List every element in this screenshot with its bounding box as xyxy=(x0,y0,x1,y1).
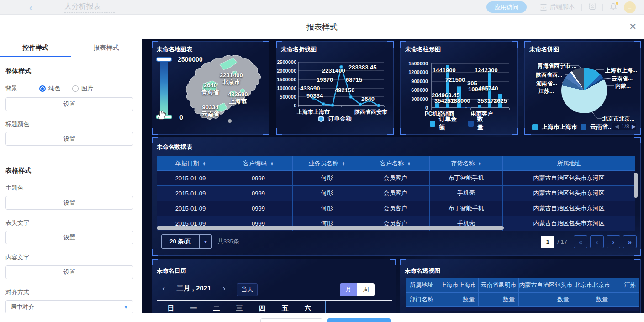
column-header[interactable]: 客户编码▲▼ xyxy=(224,156,293,171)
pie-legend-item[interactable]: 云南省... xyxy=(581,123,613,131)
theme-color-set-button[interactable]: 设置 xyxy=(5,196,133,210)
data-label: 283383.45 xyxy=(348,64,376,71)
y-axis-tick: 300000 xyxy=(401,96,428,102)
content-text-label: 内容文字 xyxy=(5,253,142,262)
table-pagination: 20 条/页 ▼ 共335条 xyxy=(161,234,239,249)
bar-chart-panel[interactable]: 未命名柱形图 150000012000009000006000003000000… xyxy=(400,41,518,135)
close-icon[interactable]: ✕ xyxy=(629,21,637,32)
pivot-column-header[interactable]: 内蒙古自治区包头市 xyxy=(519,278,573,292)
pivot-panel[interactable]: 未命名透视图 所属地址上海市上海市云南省昆明市内蒙古自治区包头市北京市北京市江苏… xyxy=(400,259,641,313)
y-axis-tick: 1500000 xyxy=(401,61,428,66)
slider-handle-top[interactable] xyxy=(156,57,172,62)
pivot-column-header[interactable]: 所属地址 xyxy=(406,278,438,292)
map-chart-panel[interactable]: 未命名地图表 2500000 0 2231400北京市 2640青海省 xyxy=(152,41,269,135)
column-header-label: 客户编码 xyxy=(243,159,267,168)
radio-solid-label[interactable]: 纯色 xyxy=(48,84,60,93)
column-header-label: 存货名称 xyxy=(451,159,475,168)
pivot-measure-header[interactable]: 数量 xyxy=(479,292,519,307)
legend-label: 数量 xyxy=(477,115,488,132)
pivot-title: 未命名透视图 xyxy=(405,267,440,275)
line-legend[interactable]: 订单金额 xyxy=(318,115,352,123)
bar-legend[interactable]: 订单金额数量 xyxy=(430,115,488,132)
vertical-scrollbar[interactable] xyxy=(634,173,638,198)
y-axis-tick: 2500000 xyxy=(276,59,296,65)
pivot-column-header[interactable]: 北京市北京市 xyxy=(573,278,612,292)
data-label: 68715 xyxy=(346,76,362,83)
pivot-measure-header[interactable]: 数量 xyxy=(519,292,573,307)
next-page-button[interactable]: › xyxy=(607,235,620,248)
pivot-column-header[interactable]: 云南省昆明市 xyxy=(479,278,519,292)
pie-legend-item[interactable]: 上海市上海市 xyxy=(532,123,577,131)
tab-report-style[interactable]: 报表样式 xyxy=(71,39,142,57)
page-next-icon[interactable]: ▶ xyxy=(632,123,636,130)
pie-chart-disc[interactable] xyxy=(561,68,607,113)
confirm-button[interactable] xyxy=(327,318,391,322)
header-text-set-button[interactable]: 设置 xyxy=(5,231,133,244)
contacts-icon[interactable] xyxy=(588,2,596,12)
pivot-measure-header[interactable]: 数量 xyxy=(573,292,612,307)
column-header[interactable]: 业务员名称▲▼ xyxy=(293,156,361,171)
legend-swatch xyxy=(430,121,435,127)
page-size-select[interactable]: 20 条/页 ▼ xyxy=(161,234,212,249)
radio-image-label[interactable]: 图片 xyxy=(81,84,93,93)
column-header[interactable]: 单据日期▲▼ xyxy=(157,156,224,171)
data-label: 2231400 xyxy=(322,67,345,74)
sort-icon[interactable]: ▲▼ xyxy=(203,161,206,166)
calendar-panel[interactable]: 未命名日历 ‹ 二月 , 2021 › 当天 月 周 日一二三四五六 xyxy=(152,259,396,313)
sort-icon[interactable]: ▲▼ xyxy=(270,161,274,166)
pivot-measure-header[interactable] xyxy=(612,292,639,307)
today-button[interactable]: 当天 xyxy=(237,283,258,296)
legend-swatch xyxy=(468,121,474,127)
page-prev-icon[interactable]: ◀ xyxy=(614,123,619,130)
pie-chart-panel[interactable]: 未命名饼图 青海省西宁市 ... 陕西省西... 湖南省... 江苏... 上海… xyxy=(524,41,641,135)
prev-month-icon[interactable]: ‹ xyxy=(158,283,169,293)
avatar[interactable]: ≡ xyxy=(624,1,636,13)
pivot-measure-header[interactable]: 部门名称 xyxy=(406,292,438,307)
mode-week-button[interactable]: 周 xyxy=(357,283,375,296)
report-title[interactable]: 大分析报表 xyxy=(64,2,115,13)
back-icon[interactable]: ‹ xyxy=(29,0,32,14)
table-row[interactable]: 2015-01-090999何彤会员客户布丁智能手机内蒙古自治区包头市东河区 xyxy=(157,201,635,216)
pie-label: 云南省... xyxy=(612,75,633,83)
pivot-data-row xyxy=(406,307,639,311)
bar-legend-item[interactable]: 数量 xyxy=(468,115,488,132)
column-header[interactable]: 存货名称▲▼ xyxy=(430,156,503,171)
sort-icon[interactable]: ▲▼ xyxy=(407,161,411,166)
data-table-panel[interactable]: 未命名数据表 单据日期▲▼客户编码▲▼业务员名称▲▼客户名称▲▼存货名称▲▼所属… xyxy=(152,137,641,256)
table-row[interactable]: 2015-01-090999何彤会员客户手机壳内蒙古自治区包头市东河区 xyxy=(157,186,635,201)
background-set-button[interactable]: 设置 xyxy=(5,97,133,111)
prev-page-button[interactable]: ‹ xyxy=(590,235,604,248)
column-header[interactable]: 客户名称▲▼ xyxy=(361,156,430,171)
align-select-value: 居中对齐 xyxy=(11,303,34,311)
radio-solid-color[interactable] xyxy=(39,85,46,92)
bar-legend-item[interactable]: 订单金额 xyxy=(430,115,461,132)
backend-script-button[interactable]: </> 后端脚本 xyxy=(540,3,575,11)
pivot-column-header[interactable]: 上海市上海市 xyxy=(438,278,479,292)
radio-image[interactable] xyxy=(72,85,79,92)
cancel-button[interactable] xyxy=(260,318,322,322)
legend-label: 订单金额 xyxy=(439,115,461,132)
horizontal-scrollbar[interactable] xyxy=(157,226,504,230)
mode-month-button[interactable]: 月 xyxy=(340,283,357,296)
align-select[interactable]: 居中对齐 ▼ xyxy=(5,300,133,314)
table-cell: 0999 xyxy=(224,201,293,216)
sort-icon[interactable]: ▲▼ xyxy=(478,161,481,166)
legend-dot xyxy=(318,116,324,122)
line-chart-panel[interactable]: 未命名折线图 250000020000001500000100000050000… xyxy=(276,41,394,135)
tab-control-style[interactable]: 控件样式 xyxy=(0,39,71,57)
pivot-measure-header[interactable]: 数量 xyxy=(438,292,479,307)
page-count: / 17 xyxy=(557,238,567,245)
app-access-button[interactable]: 应用访问 xyxy=(486,1,527,13)
first-page-button[interactable]: « xyxy=(574,235,587,248)
table-row[interactable]: 2015-01-090999何彤会员客户布丁智能手机内蒙古自治区包头市东河区 xyxy=(157,171,635,186)
sort-icon[interactable]: ▲▼ xyxy=(342,161,345,166)
pivot-column-header[interactable]: 江苏 xyxy=(612,278,639,292)
column-header[interactable]: 所属地址 xyxy=(503,156,635,171)
notification-bell-icon[interactable] xyxy=(609,2,618,12)
next-month-icon[interactable]: › xyxy=(219,283,229,293)
last-page-button[interactable]: » xyxy=(623,235,637,248)
title-color-set-button[interactable]: 设置 xyxy=(5,132,133,146)
page-number-input[interactable]: 1 xyxy=(541,236,554,248)
data-label: 465740 xyxy=(478,85,498,92)
content-text-set-button[interactable]: 设置 xyxy=(5,265,133,279)
